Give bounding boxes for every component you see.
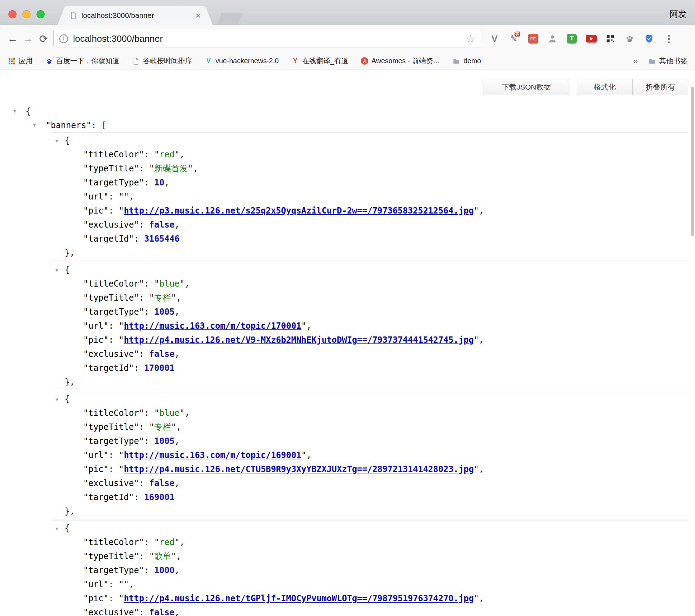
window-controls (8, 10, 45, 18)
json-object-box: ▼{ titleColor: blue, typeTitle: 专栏, targ… (51, 262, 688, 390)
tampermonkey-extension-icon[interactable]: T (566, 33, 577, 44)
url-text[interactable]: localhost:3000/banner (73, 33, 163, 44)
bookmarks-bar: 应用 百度一下，你就知道 谷歌按时间排序 V vue-hackernews-2.… (0, 52, 695, 70)
people-extension-icon[interactable] (547, 33, 558, 44)
json-property-row: titleColor: blue, (51, 406, 688, 420)
collapse-toggle-icon[interactable]: ▼ (55, 134, 58, 148)
qr-code-icon (605, 34, 615, 44)
json-property-row: url: http://music.163.com/m/topic/170001… (51, 319, 688, 333)
collapse-toggle-icon[interactable]: ▼ (13, 104, 16, 118)
bookmark-label: 在线翻译_有道 (302, 56, 348, 66)
json-link[interactable]: http://p4.music.126.net/CTU5B9R9y3XyYBZX… (124, 464, 474, 474)
youtube-extension-icon[interactable] (585, 33, 597, 44)
bookmark-google-sort[interactable]: 谷歌按时间排序 (132, 56, 192, 66)
json-property-row: pic: http://p4.music.126.net/V9-MXz6b2MN… (51, 333, 688, 347)
bookmark-baidu[interactable]: 百度一下，你就知道 (45, 56, 119, 66)
collapse-toggle-icon[interactable]: ▼ (55, 263, 58, 277)
json-link[interactable]: http://music.163.com/m/topic/170001 (124, 321, 302, 331)
json-key: pic (83, 594, 108, 603)
minimize-window-button[interactable] (22, 10, 31, 18)
bookmark-star-icon[interactable]: ☆ (466, 33, 475, 45)
json-number-value: 170001 (144, 363, 174, 373)
forward-button[interactable]: → (20, 33, 36, 45)
json-link[interactable]: http://music.163.com/m/topic/169001 (124, 450, 302, 460)
bookmark-vue-hackernews[interactable]: V vue-hackernews-2.0 (205, 57, 279, 65)
json-key: targetId (83, 234, 134, 244)
open-bracket: [ (101, 120, 106, 130)
json-number-value: 1005 (154, 307, 174, 317)
profile-name: 阿发 (670, 8, 687, 20)
bookmark-label: 百度一下，你就知道 (56, 56, 119, 66)
json-property-row: targetId: 3165446 (51, 232, 688, 246)
page-info-icon[interactable]: i (59, 34, 68, 43)
json-row: ▼{ (51, 263, 688, 277)
bookmark-apps[interactable]: 应用 (8, 56, 33, 66)
json-property-row: targetId: 169001 (51, 490, 688, 504)
json-string-value: blue (154, 408, 185, 418)
browser-tab[interactable]: localhost:3000/banner × (58, 6, 213, 25)
bookmark-label: 应用 (19, 56, 33, 66)
paw-extension-icon[interactable] (624, 33, 635, 44)
page-content: 下载JSON数据 格式化 折叠所有 ▼{ ▼banners: [ ▼{ titl… (0, 70, 695, 616)
json-property-row: targetType: 1005, (51, 305, 688, 319)
translate-badge: 英 (515, 32, 520, 37)
new-tab-button[interactable] (217, 13, 243, 25)
page-favicon-icon (70, 12, 77, 19)
json-row: ▼{ (51, 133, 688, 148)
json-property-row: titleColor: red, (51, 535, 688, 549)
json-key: targetId (83, 363, 134, 373)
chrome-menu-icon[interactable]: ⋮ (664, 33, 674, 45)
json-property-row: pic: http://p4.music.126.net/tGPljf-IMOC… (51, 591, 688, 605)
address-bar[interactable]: i localhost:3000/banner ☆ (53, 30, 481, 47)
json-property-row: url: http://music.163.com/m/topic/169001… (51, 448, 688, 462)
open-brace: { (26, 106, 31, 116)
fe-extension-icon[interactable]: FE (528, 33, 539, 44)
json-string-value: 歌单 (149, 551, 176, 561)
reload-button[interactable]: ⟳ (36, 33, 51, 45)
json-property-row: exclusive: false, (51, 218, 688, 232)
collapse-toggle-icon[interactable]: ▼ (55, 522, 58, 536)
collapse-toggle-icon[interactable]: ▼ (55, 393, 58, 407)
bookmarks-overflow-chevron-icon[interactable]: » (633, 56, 638, 66)
zoom-window-button[interactable] (37, 10, 45, 18)
shield-extension-icon[interactable] (643, 33, 655, 44)
translate-extension-icon[interactable]: ✎ 英 (508, 33, 519, 44)
qrcode-extension-icon[interactable] (605, 33, 616, 44)
bookmark-awesomes[interactable]: A Awesomes - 前端资… (361, 56, 440, 66)
tab-close-icon[interactable]: × (196, 11, 201, 20)
json-key: titleColor (83, 408, 144, 418)
json-string-value (119, 192, 129, 202)
bookmark-demo-folder[interactable]: demo (452, 57, 481, 65)
json-string-value: red (154, 537, 179, 547)
vimium-extension-icon[interactable]: V (489, 33, 500, 44)
json-property-row: typeTitle: 专栏, (51, 420, 688, 434)
json-property-row: titleColor: blue, (51, 277, 688, 291)
json-link[interactable]: http://p4.music.126.net/V9-MXz6b2MNhEKju… (124, 335, 474, 345)
json-string-value: 专栏 (149, 422, 176, 432)
json-property-row: exclusive: false, (51, 476, 688, 490)
vue-icon: V (205, 57, 212, 65)
tab-strip: localhost:3000/banner × 阿发 (0, 0, 695, 25)
json-link[interactable]: http://p4.music.126.net/tGPljf-IMOCyPvum… (124, 594, 474, 603)
json-property-row: targetType: 10, (51, 176, 688, 190)
json-link[interactable]: http://p3.music.126.net/s25q2x5QyqsAzilC… (124, 206, 474, 216)
youdao-icon: Y (291, 57, 299, 65)
json-property-row: typeTitle: 新碟首发, (51, 162, 688, 176)
json-property-row: exclusive: false, (51, 605, 688, 616)
collapse-toggle-icon[interactable]: ▼ (33, 118, 36, 132)
json-key: titleColor (83, 537, 144, 547)
json-key: exclusive (83, 608, 139, 616)
json-key: typeTitle (83, 164, 139, 173)
close-window-button[interactable] (8, 10, 16, 18)
back-button[interactable]: ← (5, 33, 20, 45)
other-bookmarks-folder[interactable]: 其他书签 (648, 56, 687, 66)
bookmark-youdao-translate[interactable]: Y 在线翻译_有道 (291, 56, 348, 66)
json-key: typeTitle (83, 551, 139, 561)
scrollbar-thumb[interactable] (691, 87, 694, 236)
json-key: pic (83, 206, 108, 216)
json-key: url (83, 321, 108, 331)
json-key: url (83, 192, 108, 202)
json-root-row: ▼{ (0, 104, 695, 118)
json-key: titleColor (83, 150, 144, 159)
json-boolean-value: false (149, 608, 174, 616)
